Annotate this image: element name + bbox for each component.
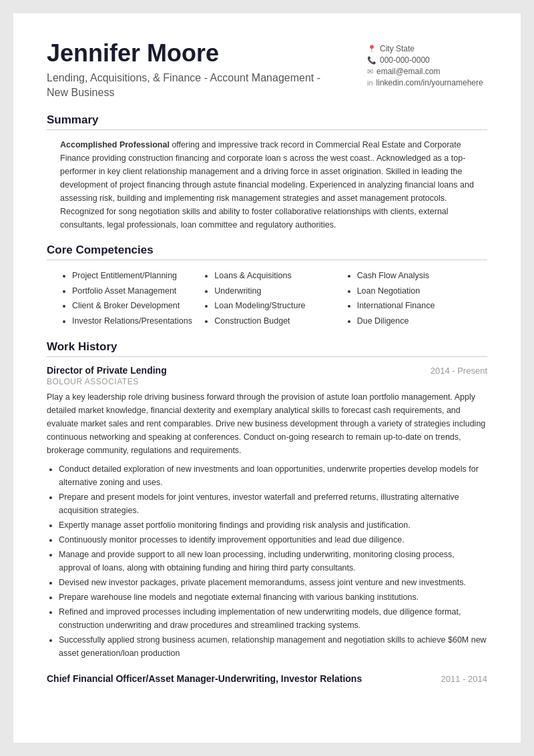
list-item: Successfully applied strong business acu… xyxy=(59,633,487,660)
competencies-section: Core Competencies Project Entitlement/Pl… xyxy=(47,244,487,328)
list-item: Cash Flow Analysis xyxy=(357,268,481,284)
list-item: Client & Broker Development xyxy=(72,298,196,314)
list-item: Project Entitlement/Planning xyxy=(72,268,196,284)
job-dates-2: 2011 - 2014 xyxy=(441,674,487,684)
list-item: Due Diligence xyxy=(357,314,481,329)
list-item: Manage and provide support to all new lo… xyxy=(59,548,487,575)
work-entry-1-header: Director of Private Lending 2014 - Prese… xyxy=(47,365,487,376)
linkedin-icon: in xyxy=(367,79,373,87)
summary-body: offering and impressive track record in … xyxy=(60,140,474,230)
header-section: Jennifer Moore Lending, Acquisitions, & … xyxy=(47,40,487,100)
resume-page: Jennifer Moore Lending, Acquisitions, & … xyxy=(13,13,521,743)
list-item: Loan Negotiation xyxy=(357,284,481,299)
candidate-name: Jennifer Moore xyxy=(47,40,327,67)
summary-bold-intro: Accomplished Professional xyxy=(60,140,170,149)
email-icon: ✉ xyxy=(367,67,373,76)
contact-phone: 📞 000-000-0000 xyxy=(367,55,487,65)
competency-col-3: Cash Flow Analysis Loan Negotiation Inte… xyxy=(338,268,481,328)
contact-linkedin: in linkedin.com/in/yournamehere xyxy=(367,78,487,87)
list-item: International Finance xyxy=(357,298,481,314)
job-title-2: Chief Financial Officer/Asset Manager-Un… xyxy=(47,673,362,684)
list-item: Portfolio Asset Management xyxy=(72,284,196,299)
contact-info: 📍 City State 📞 000-000-0000 ✉ email@emai… xyxy=(367,44,487,89)
work-history-section: Work History Director of Private Lending… xyxy=(47,340,487,684)
summary-section: Summary Accomplished Professional offeri… xyxy=(47,113,487,232)
header-left: Jennifer Moore Lending, Acquisitions, & … xyxy=(47,40,327,100)
work-history-title: Work History xyxy=(47,340,487,357)
list-item: Prepare and present models for joint ven… xyxy=(59,490,487,517)
contact-location: 📍 City State xyxy=(367,44,487,53)
competencies-grid: Project Entitlement/Planning Portfolio A… xyxy=(47,268,487,328)
company-name-1: BOLOUR ASSOCIATES xyxy=(47,377,487,386)
phone-icon: 📞 xyxy=(367,56,376,65)
location-icon: 📍 xyxy=(367,45,376,53)
job-dates-1: 2014 - Present xyxy=(431,366,487,376)
list-item: Prepare warehouse line models and negoti… xyxy=(59,591,487,604)
candidate-title: Lending, Acquisitions, & Finance - Accou… xyxy=(47,71,327,101)
list-item: Conduct detailed exploration of new inve… xyxy=(59,462,487,489)
summary-text: Accomplished Professional offering and i… xyxy=(47,138,487,232)
list-item: Continuously monitor processes to identi… xyxy=(59,533,487,546)
list-item: Refined and improved processes including… xyxy=(59,605,487,632)
summary-title: Summary xyxy=(47,113,487,130)
list-item: Underwriting xyxy=(214,284,338,299)
competency-col-1: Project Entitlement/Planning Portfolio A… xyxy=(53,268,196,328)
job-bullets-1: Conduct detailed exploration of new inve… xyxy=(47,462,487,660)
list-item: Loan Modeling/Structure xyxy=(214,298,338,314)
job-title-1: Director of Private Lending xyxy=(47,365,167,376)
list-item: Devised new investor packages, private p… xyxy=(59,576,487,589)
competency-col-2: Loans & Acquisitions Underwriting Loan M… xyxy=(196,268,338,328)
list-item: Construction Budget xyxy=(214,314,338,329)
work-entry-2: Chief Financial Officer/Asset Manager-Un… xyxy=(47,673,487,684)
list-item: Investor Relations/Presentations xyxy=(72,314,196,329)
list-item: Loans & Acquisitions xyxy=(214,268,338,284)
contact-email: ✉ email@email.com xyxy=(367,67,487,76)
competencies-title: Core Competencies xyxy=(47,244,487,260)
work-entry-2-header: Chief Financial Officer/Asset Manager-Un… xyxy=(47,673,487,684)
work-entry-1: Director of Private Lending 2014 - Prese… xyxy=(47,365,487,660)
job-description-1: Play a key leadership role driving busin… xyxy=(47,390,487,457)
list-item: Expertly manage asset portfolio monitori… xyxy=(59,518,487,532)
